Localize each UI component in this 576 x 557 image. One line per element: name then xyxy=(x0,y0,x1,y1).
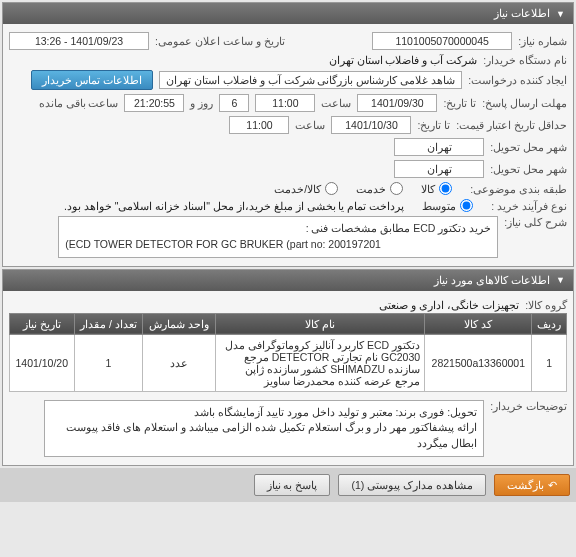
cat-both-radio[interactable]: کالا/خدمت xyxy=(274,182,338,195)
cell-idx: 1 xyxy=(532,334,567,391)
table-row: 1 2821500a13360001 دتکتور ECD کاربرد آنا… xyxy=(10,334,567,391)
goods-info-header[interactable]: ▼ اطلاعات کالاهای مورد نیاز xyxy=(3,270,573,291)
reply-button[interactable]: پاسخ به نیاز xyxy=(254,474,331,496)
cat-goods-input[interactable] xyxy=(439,182,452,195)
days-left: 6 xyxy=(219,94,249,112)
cat-goods-label: کالا xyxy=(421,183,435,195)
notes-label: توضیحات خریدار: xyxy=(490,400,567,412)
footer-bar: ↶ بازگشت مشاهده مدارک پیوستی (1) پاسخ به… xyxy=(0,468,576,502)
attachments-button[interactable]: مشاهده مدارک پیوستی (1) xyxy=(338,474,486,496)
cat-service-label: خدمت xyxy=(356,183,386,195)
panel1-title: اطلاعات نیاز xyxy=(494,7,550,20)
cell-name: دتکتور ECD کاربرد آنالیز کروماتوگرافی مد… xyxy=(215,334,425,391)
buyer-label: نام دستگاه خریدار: xyxy=(483,54,567,66)
deadline-label: مهلت ارسال پاسخ: xyxy=(482,97,567,109)
creator-value: شاهد غلامی کارشناس بازرگانی شرکت آب و فا… xyxy=(159,71,462,89)
back-label: بازگشت xyxy=(507,479,544,491)
and-word: روز و xyxy=(190,97,213,109)
need-city-label: شهر محل تحویل: xyxy=(490,141,567,153)
collapse-icon: ▼ xyxy=(556,9,565,19)
validity-date: 1401/10/30 xyxy=(331,116,411,134)
contact-buyer-button[interactable]: اطلاعات تماس خریدار xyxy=(31,70,153,90)
cell-qty: 1 xyxy=(74,334,143,391)
validity-prefix: تا تاریخ: xyxy=(417,119,450,131)
panel2-title: اطلاعات کالاهای مورد نیاز xyxy=(434,274,550,287)
deadline-date: 1401/09/30 xyxy=(357,94,437,112)
back-button[interactable]: ↶ بازگشت xyxy=(494,474,570,496)
proc-lump-input[interactable] xyxy=(460,199,473,212)
delivery-city-value: تهران xyxy=(394,160,484,178)
need-no-label: شماره نیاز: xyxy=(518,35,567,47)
general-desc-box: خرید دتکتور ECD مطابق مشخصات فنی : (ECD … xyxy=(58,216,498,258)
need-city-value: تهران xyxy=(394,138,484,156)
deadline-prefix: تا تاریخ: xyxy=(443,97,476,109)
goods-info-panel: ▼ اطلاعات کالاهای مورد نیاز گروه کالا: ت… xyxy=(2,269,574,466)
reply-label: پاسخ به نیاز xyxy=(267,479,318,491)
col-name: نام کالا xyxy=(215,313,425,334)
remaining-label: ساعت باقی مانده xyxy=(39,97,119,109)
group-value: تجهیزات خانگی، اداری و صنعتی xyxy=(379,299,519,311)
cat-service-radio[interactable]: خدمت xyxy=(356,182,403,195)
proc-lump-label: متوسط xyxy=(422,200,456,212)
need-info-panel: ▼ اطلاعات نیاز شماره نیاز: 1101005070000… xyxy=(2,2,574,267)
validity-label: حداقل تاریخ اعتبار قیمت: xyxy=(456,119,567,131)
buyer-value: شرکت آب و فاضلاب استان تهران xyxy=(329,54,478,66)
need-info-header[interactable]: ▼ اطلاعات نیاز xyxy=(3,3,573,24)
need-no-value: 1101005070000045 xyxy=(372,32,512,50)
process-label: نوع فرآیند خرید : xyxy=(491,200,567,212)
back-icon: ↶ xyxy=(548,479,557,491)
creator-label: ایجاد کننده درخواست: xyxy=(468,74,567,86)
cat-service-input[interactable] xyxy=(390,182,403,195)
collapse-icon-2: ▼ xyxy=(556,275,565,285)
deadline-time: 11:00 xyxy=(255,94,315,112)
goods-table: ردیف کد کالا نام کالا واحد شمارش تعداد /… xyxy=(9,313,567,392)
general-label: شرح کلی نیاز: xyxy=(504,216,567,228)
col-row: ردیف xyxy=(532,313,567,334)
cell-code: 2821500a13360001 xyxy=(425,334,532,391)
validity-time: 11:00 xyxy=(229,116,289,134)
cat-both-label: کالا/خدمت xyxy=(274,183,321,195)
category-label: طبقه بندی موضوعی: xyxy=(470,183,567,195)
attach-label: مشاهده مدارک پیوستی (1) xyxy=(351,479,473,491)
general-line2: (ECD TOWER DETECTOR FOR GC BRUKER (part … xyxy=(65,237,491,253)
col-qty: تعداد / مقدار xyxy=(74,313,143,334)
hours-left: 21:20:55 xyxy=(124,94,184,112)
announce-value: 1401/09/23 - 13:26 xyxy=(9,32,149,50)
proc-note: پرداخت تمام یا بخشی از مبلغ خرید،از محل … xyxy=(64,200,404,212)
cell-date: 1401/10/20 xyxy=(10,334,75,391)
time-label-1: ساعت xyxy=(321,97,351,109)
time-label-2: ساعت xyxy=(295,119,325,131)
announce-label: تاریخ و ساعت اعلان عمومی: xyxy=(155,35,285,47)
proc-lump-radio[interactable]: متوسط xyxy=(422,199,473,212)
col-date: تاریخ نیاز xyxy=(10,313,75,334)
cat-both-input[interactable] xyxy=(325,182,338,195)
col-code: کد کالا xyxy=(425,313,532,334)
table-header-row: ردیف کد کالا نام کالا واحد شمارش تعداد /… xyxy=(10,313,567,334)
delivery-city-label: شهر محل تحویل: xyxy=(490,163,567,175)
general-line1: خرید دتکتور ECD مطابق مشخصات فنی : xyxy=(65,221,491,237)
col-unit: واحد شمارش xyxy=(143,313,215,334)
cell-unit: عدد xyxy=(143,334,215,391)
buyer-notes: تحویل: فوری برند: معتبر و تولید داخل مور… xyxy=(44,400,484,457)
cat-goods-radio[interactable]: کالا xyxy=(421,182,452,195)
group-label: گروه کالا: xyxy=(525,299,567,311)
